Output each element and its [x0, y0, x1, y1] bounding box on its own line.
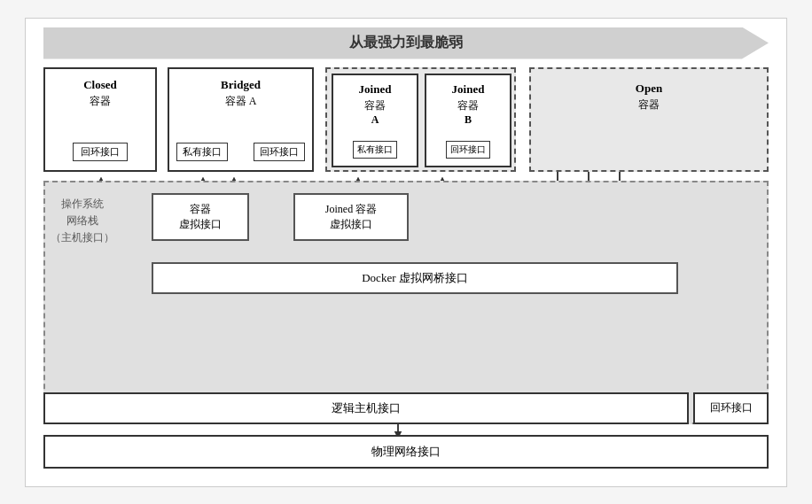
os-label-1: 操作系统 [51, 196, 114, 213]
joined-virt-interface: Joined 容器虚拟接口 [293, 193, 409, 241]
joined-group: Joined 容器 A 私有接口 Joined 容器 B 回环接口 [325, 67, 516, 172]
container-virt-interface: 容器虚拟接口 [152, 193, 249, 241]
closed-title: Closed [83, 78, 117, 92]
loopback-interface: 回环接口 [693, 392, 769, 424]
docker-bridge: Docker 虚拟网桥接口 [152, 262, 678, 294]
logical-host-label: 逻辑主机接口 [332, 400, 401, 416]
joined-a-subtitle: 容器 [364, 98, 386, 113]
bridged-container: Bridged 容器 A 私有接口 回环接口 [168, 67, 314, 172]
bridged-private: 私有接口 [176, 143, 228, 161]
joined-a-label: A [371, 113, 379, 127]
os-label: 操作系统 网络栈 （主机接口） [51, 196, 114, 247]
joined-a-title: Joined [359, 82, 392, 97]
os-section: 操作系统 网络栈 （主机接口） 容器虚拟接口 Joined 容器虚拟接口 Doc… [43, 181, 769, 424]
os-label-3: （主机接口） [51, 229, 114, 246]
joined-container-b: Joined 容器 B 回环接口 [425, 74, 511, 167]
main-area: Closed 容器 回环接口 Bridged 容器 A 私有接口 回环接口 Jo… [43, 67, 769, 477]
closed-subtitle: 容器 [90, 94, 111, 109]
strength-arrow: 从最强力到最脆弱 [43, 27, 769, 59]
os-label-2: 网络栈 [51, 213, 114, 229]
joined-container-a: Joined 容器 A 私有接口 [332, 74, 418, 167]
physical-net-label: 物理网络接口 [371, 444, 441, 460]
logical-host-interface: 逻辑主机接口 [43, 392, 689, 424]
joined-a-private: 私有接口 [353, 141, 397, 159]
bridged-loopback: 回环接口 [254, 143, 305, 161]
diagram: 从最强力到最脆弱 [25, 18, 787, 487]
open-title: Open [636, 81, 662, 96]
closed-container: Closed 容器 回环接口 [43, 67, 157, 172]
joined-b-loopback: 回环接口 [446, 141, 490, 159]
joined-b-title: Joined [452, 82, 485, 97]
arrow-label: 从最强力到最脆弱 [349, 34, 463, 52]
bridged-title: Bridged [221, 78, 261, 92]
joined-b-label: B [465, 113, 472, 127]
open-container: Open 容器 [529, 67, 769, 172]
open-subtitle: 容器 [638, 97, 660, 112]
physical-network-interface: 物理网络接口 [43, 435, 769, 469]
loopback-label: 回环接口 [710, 400, 753, 415]
bridged-subtitle: 容器 A [225, 94, 257, 109]
joined-b-subtitle: 容器 [457, 98, 479, 113]
docker-bridge-label: Docker 虚拟网桥接口 [362, 270, 468, 286]
closed-loopback: 回环接口 [73, 143, 128, 161]
